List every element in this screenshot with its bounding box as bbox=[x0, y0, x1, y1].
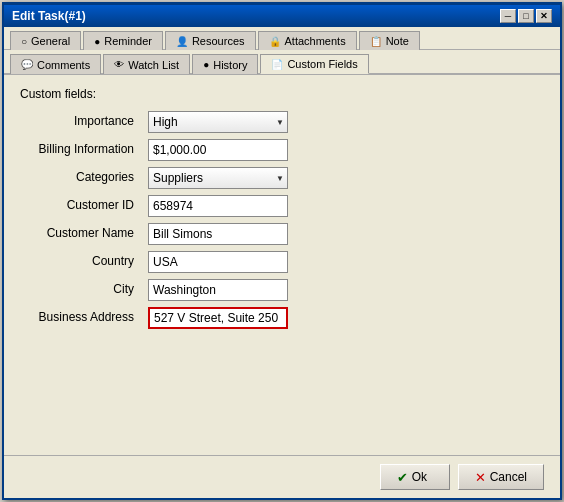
field-label-1: Billing Information bbox=[20, 139, 140, 161]
input-city[interactable] bbox=[148, 279, 288, 301]
cancel-label: Cancel bbox=[490, 470, 527, 484]
tab-reminder[interactable]: ● Reminder bbox=[83, 31, 163, 50]
field-label-7: Business Address bbox=[20, 307, 140, 329]
tab-row-2: 💬 Comments 👁 Watch List ● History 📄 Cust… bbox=[4, 50, 560, 75]
field-value-5 bbox=[148, 251, 400, 273]
ok-label: Ok bbox=[412, 470, 427, 484]
tab-reminder-label: Reminder bbox=[104, 35, 152, 47]
main-window: Edit Task(#1) ─ □ ✕ ○ General ● Reminder… bbox=[2, 2, 562, 500]
tab-comments[interactable]: 💬 Comments bbox=[10, 54, 101, 74]
attachments-icon: 🔒 bbox=[269, 36, 281, 47]
tab-attachments-label: Attachments bbox=[285, 35, 346, 47]
tab-general-label: General bbox=[31, 35, 70, 47]
field-label-6: City bbox=[20, 279, 140, 301]
input-business-address[interactable] bbox=[148, 307, 288, 329]
select-categories[interactable]: Suppliers bbox=[148, 167, 288, 189]
field-label-4: Customer Name bbox=[20, 223, 140, 245]
close-button[interactable]: ✕ bbox=[536, 9, 552, 23]
reminder-icon: ● bbox=[94, 36, 100, 47]
tab-history[interactable]: ● History bbox=[192, 54, 258, 74]
content-area: Custom fields: ImportanceHighBilling Inf… bbox=[4, 75, 560, 455]
tab-comments-label: Comments bbox=[37, 59, 90, 71]
resources-icon: 👤 bbox=[176, 36, 188, 47]
field-label-0: Importance bbox=[20, 111, 140, 133]
ok-button[interactable]: ✔ Ok bbox=[380, 464, 450, 490]
field-value-4 bbox=[148, 223, 400, 245]
select-wrapper-2: Suppliers bbox=[148, 167, 288, 189]
title-bar: Edit Task(#1) ─ □ ✕ bbox=[4, 5, 560, 27]
cancel-icon: ✕ bbox=[475, 470, 486, 485]
field-label-3: Customer ID bbox=[20, 195, 140, 217]
field-grid: ImportanceHighBilling InformationCategor… bbox=[20, 111, 400, 329]
maximize-button[interactable]: □ bbox=[518, 9, 534, 23]
input-billing-information[interactable] bbox=[148, 139, 288, 161]
history-icon: ● bbox=[203, 59, 209, 70]
title-bar-buttons: ─ □ ✕ bbox=[500, 9, 552, 23]
ok-icon: ✔ bbox=[397, 470, 408, 485]
input-customer-id[interactable] bbox=[148, 195, 288, 217]
custom-fields-icon: 📄 bbox=[271, 59, 283, 70]
tab-custom-fields-label: Custom Fields bbox=[287, 58, 357, 70]
note-icon: 📋 bbox=[370, 36, 382, 47]
watchlist-icon: 👁 bbox=[114, 59, 124, 70]
input-country[interactable] bbox=[148, 251, 288, 273]
field-value-6 bbox=[148, 279, 400, 301]
section-label: Custom fields: bbox=[20, 87, 544, 101]
tab-custom-fields[interactable]: 📄 Custom Fields bbox=[260, 54, 368, 74]
tab-note-label: Note bbox=[386, 35, 409, 47]
field-label-5: Country bbox=[20, 251, 140, 273]
footer: ✔ Ok ✕ Cancel bbox=[4, 455, 560, 498]
field-value-3 bbox=[148, 195, 400, 217]
tab-resources-label: Resources bbox=[192, 35, 245, 47]
minimize-button[interactable]: ─ bbox=[500, 9, 516, 23]
tab-history-label: History bbox=[213, 59, 247, 71]
field-value-1 bbox=[148, 139, 400, 161]
comments-icon: 💬 bbox=[21, 59, 33, 70]
tab-row-1: ○ General ● Reminder 👤 Resources 🔒 Attac… bbox=[4, 27, 560, 50]
tab-watchlist-label: Watch List bbox=[128, 59, 179, 71]
field-label-2: Categories bbox=[20, 167, 140, 189]
general-icon: ○ bbox=[21, 36, 27, 47]
tab-attachments[interactable]: 🔒 Attachments bbox=[258, 31, 357, 50]
select-wrapper-0: High bbox=[148, 111, 288, 133]
input-customer-name[interactable] bbox=[148, 223, 288, 245]
window-title: Edit Task(#1) bbox=[12, 9, 86, 23]
tab-watchlist[interactable]: 👁 Watch List bbox=[103, 54, 190, 74]
tab-general[interactable]: ○ General bbox=[10, 31, 81, 50]
cancel-button[interactable]: ✕ Cancel bbox=[458, 464, 544, 490]
field-value-0: High bbox=[148, 111, 400, 133]
field-value-7 bbox=[148, 307, 400, 329]
select-importance[interactable]: High bbox=[148, 111, 288, 133]
tab-note[interactable]: 📋 Note bbox=[359, 31, 420, 50]
tab-resources[interactable]: 👤 Resources bbox=[165, 31, 256, 50]
field-value-2: Suppliers bbox=[148, 167, 400, 189]
